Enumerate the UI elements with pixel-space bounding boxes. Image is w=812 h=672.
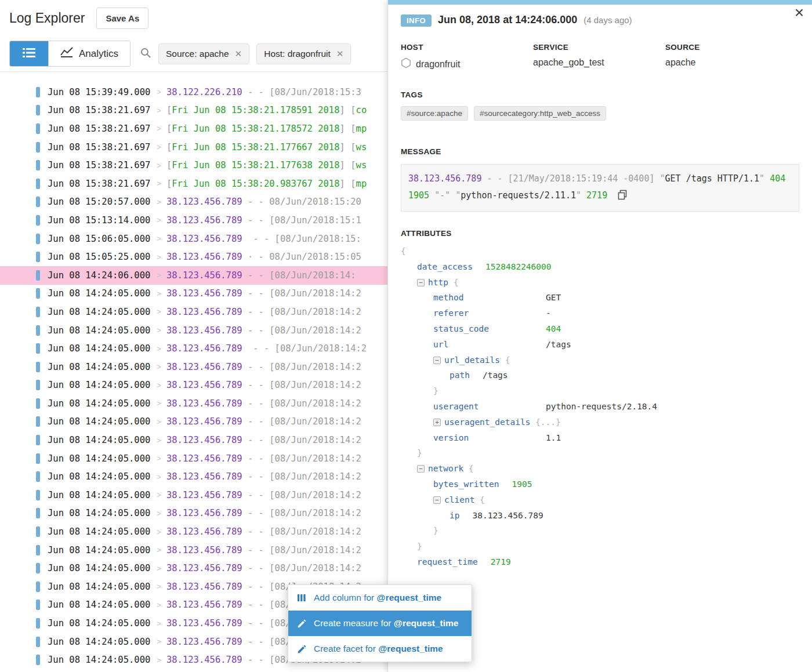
attribute-key[interactable]: useragent_details bbox=[444, 417, 530, 427]
copy-icon[interactable] bbox=[612, 192, 628, 202]
attribute-key[interactable]: useragent bbox=[433, 402, 479, 411]
tag-pills: #source:apache#sourcecategory:http_web_a… bbox=[401, 106, 799, 121]
log-level-bar bbox=[36, 453, 40, 464]
filter-pill[interactable]: Source: apache✕ bbox=[158, 43, 249, 64]
attribute-value: 38.123.456.789 bbox=[472, 511, 543, 520]
log-level-bar bbox=[36, 270, 40, 281]
log-level-bar bbox=[36, 362, 40, 372]
remove-filter-icon[interactable]: ✕ bbox=[336, 49, 344, 59]
chevron-right-icon: > bbox=[157, 198, 161, 206]
meta-value-text: dragonfruit bbox=[416, 59, 461, 70]
tag-pill[interactable]: #source:apache bbox=[401, 106, 468, 121]
attribute-key[interactable]: network bbox=[428, 464, 463, 473]
log-timestamp: Jun 08 14:24:05.000 bbox=[48, 325, 150, 336]
save-as-button[interactable]: Save As bbox=[96, 8, 148, 29]
log-level-bar bbox=[36, 508, 40, 518]
log-level-bar bbox=[36, 490, 40, 500]
attribute-value: 1528482246000 bbox=[485, 262, 552, 271]
chevron-right-icon: > bbox=[157, 106, 161, 115]
attributes-tree: {date_access1528482246000−http {methodGE… bbox=[401, 244, 799, 570]
message-label: MESSAGE bbox=[401, 147, 799, 156]
attribute-key[interactable]: path bbox=[449, 370, 470, 380]
attribute-key[interactable]: url_details bbox=[444, 355, 500, 365]
remove-filter-icon[interactable]: ✕ bbox=[235, 49, 242, 59]
attribute-line: bytes_written1905 bbox=[401, 477, 799, 492]
chevron-right-icon: > bbox=[157, 582, 161, 591]
attribute-line: url/tags bbox=[401, 337, 799, 353]
log-timestamp: Jun 08 14:24:05.000 bbox=[48, 563, 150, 573]
log-timestamp: Jun 08 14:24:05.000 bbox=[48, 453, 150, 464]
analytics-tab[interactable]: Analytics bbox=[48, 41, 130, 66]
attribute-value: 1.1 bbox=[546, 430, 561, 446]
pencil-icon bbox=[296, 644, 307, 654]
log-level-bar bbox=[36, 637, 40, 647]
log-timestamp: Jun 08 15:39:49.000 bbox=[48, 87, 150, 97]
expand-icon[interactable]: + bbox=[433, 419, 441, 426]
attribute-line: date_access1528482246000 bbox=[401, 259, 799, 275]
close-button[interactable]: × bbox=[795, 5, 804, 21]
attribute-line: referer- bbox=[401, 306, 799, 321]
log-level-bar bbox=[36, 380, 40, 390]
context-menu-item[interactable]: Create measure for @request_time bbox=[288, 611, 472, 636]
log-timestamp: Jun 08 14:24:05.000 bbox=[48, 582, 150, 592]
list-view-button[interactable] bbox=[10, 41, 48, 66]
chevron-right-icon: > bbox=[157, 381, 161, 390]
attribute-key[interactable]: date_access bbox=[417, 262, 473, 271]
attribute-line: } bbox=[401, 383, 799, 399]
filter-pill-label: Source: apache bbox=[166, 49, 229, 59]
meta-value: dragonfruit bbox=[401, 57, 533, 71]
attribute-line: } bbox=[401, 539, 799, 554]
log-timestamp: Jun 08 14:24:05.000 bbox=[48, 618, 150, 629]
collapse-icon[interactable]: − bbox=[433, 357, 441, 364]
search-icon[interactable] bbox=[140, 47, 151, 61]
filter-pill[interactable]: Host: dragonfruit✕ bbox=[256, 43, 351, 64]
attribute-key[interactable]: version bbox=[433, 433, 469, 442]
filter-pill-label: Host: dragonfruit bbox=[264, 49, 331, 59]
attribute-line: status_code404 bbox=[401, 321, 799, 337]
attribute-line: } bbox=[401, 445, 799, 461]
meta-value: apache bbox=[665, 57, 799, 68]
log-level-bar bbox=[36, 471, 40, 482]
meta-value: apache_gob_test bbox=[533, 57, 665, 68]
panel-body: INFO Jun 08, 2018 at 14:24:06.000 (4 day… bbox=[388, 5, 812, 570]
log-message: 38.123.456.789 - - [08/Jun/2018:14:2 bbox=[166, 325, 361, 336]
chevron-right-icon: > bbox=[157, 546, 161, 554]
collapse-icon[interactable]: − bbox=[417, 279, 425, 286]
filter-pills: Source: apache✕Host: dragonfruit✕ bbox=[158, 43, 351, 64]
event-title: Jun 08, 2018 at 14:24:06.000 bbox=[438, 14, 577, 26]
attribute-key[interactable]: method bbox=[433, 293, 463, 302]
attribute-key[interactable]: client bbox=[444, 495, 474, 504]
context-menu-item[interactable]: Add column for @request_time bbox=[288, 585, 472, 611]
collapse-icon[interactable]: − bbox=[417, 465, 425, 473]
log-level-bar bbox=[36, 582, 40, 592]
attribute-key[interactable]: ip bbox=[449, 511, 459, 520]
log-level-bar bbox=[36, 160, 40, 170]
chevron-right-icon: > bbox=[157, 271, 161, 279]
chevron-right-icon: > bbox=[157, 124, 161, 133]
log-timestamp: Jun 08 14:24:05.000 bbox=[48, 380, 150, 390]
attribute-key[interactable]: bytes_written bbox=[433, 480, 499, 489]
chevron-right-icon: > bbox=[157, 307, 161, 316]
collapse-icon[interactable]: − bbox=[433, 496, 441, 504]
log-message: [Fri Jun 08 15:38:21.177667 2018] [ws bbox=[166, 142, 367, 152]
log-message: 38.123.456.789 - - [08/Jun/2018:14:2 bbox=[166, 490, 361, 500]
attribute-key[interactable]: referer bbox=[433, 308, 469, 318]
log-message: [Fri Jun 08 15:38:21.178572 2018] [mp bbox=[166, 123, 367, 134]
attribute-line: { bbox=[401, 244, 799, 259]
log-timestamp: Jun 08 15:38:21.697 bbox=[48, 160, 150, 170]
log-timestamp: Jun 08 15:06:05.000 bbox=[48, 234, 150, 244]
tag-pill[interactable]: #sourcecategory:http_web_access bbox=[474, 106, 606, 121]
chevron-right-icon: > bbox=[157, 564, 161, 573]
log-timestamp: Jun 08 14:24:05.000 bbox=[48, 655, 150, 665]
chevron-right-icon: > bbox=[157, 289, 161, 298]
attribute-key[interactable]: url bbox=[433, 340, 448, 349]
context-menu-item[interactable]: Create facet for @request_time bbox=[288, 636, 472, 662]
log-timestamp: Jun 08 15:38:21.697 bbox=[48, 179, 150, 189]
attribute-key[interactable]: request_time bbox=[417, 557, 478, 566]
chevron-right-icon: > bbox=[157, 436, 161, 445]
attribute-key[interactable]: http bbox=[428, 278, 448, 287]
attribute-line: ip38.123.456.789 bbox=[401, 508, 799, 524]
meta-label: HOST bbox=[401, 43, 533, 52]
attribute-key[interactable]: status_code bbox=[433, 324, 489, 333]
log-message: 38.123.456.789 - - [08/Jun/2018:14:2 bbox=[166, 416, 361, 427]
